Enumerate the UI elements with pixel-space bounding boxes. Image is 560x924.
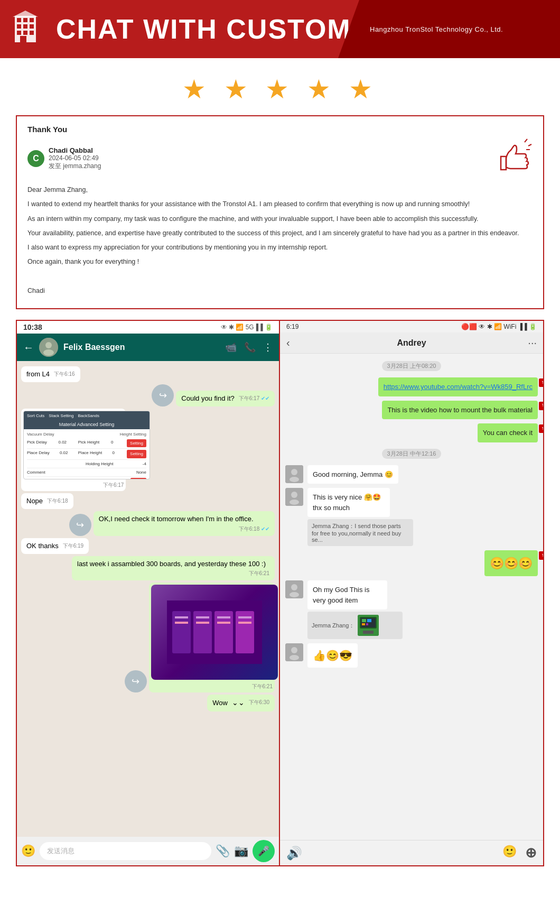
time-right: 6:19 [286, 323, 298, 330]
wa-message-list: from L4 下午6:16 Could you find it? 下午6:17… [17, 361, 279, 837]
input-placeholder-text: 发送消息 [47, 847, 74, 855]
svg-rect-10 [20, 36, 26, 42]
list-item: 👍😊😎 [285, 643, 538, 668]
tron-logo-badge: T [539, 424, 543, 433]
back-button-right[interactable]: ‹ [286, 337, 290, 349]
more-options-icon[interactable]: ⋮ [263, 341, 273, 353]
svg-rect-24 [196, 616, 209, 618]
wa-input-bar: 🙂 发送消息 📎 📷 🎤 [17, 837, 279, 865]
header: CHAT WITH CUSTOMERS Hangzhou TronStol Te… [0, 0, 560, 58]
svg-rect-30 [238, 622, 251, 624]
wc-contact-avatar [285, 465, 303, 483]
svg-rect-45 [362, 623, 365, 625]
svg-rect-25 [217, 616, 230, 618]
list-item: Oh my God This is very good item Jemma Z… [285, 580, 538, 639]
svg-rect-46 [366, 623, 368, 625]
more-options-wechat[interactable]: ··· [528, 337, 537, 349]
boards-image [151, 585, 278, 680]
wc-bubble: Good morning, Jemma 😊 [307, 465, 398, 484]
wc-voice-icon[interactable]: 🔊 [286, 846, 302, 861]
tron-logo-badge: T [539, 551, 543, 560]
tron-logo-badge: T [539, 378, 543, 387]
quoted-message: Jemma Zhang：I send those parts for free … [307, 519, 413, 546]
wa-header: ← Felix Baessgen 📹 📞 ⋮ [17, 334, 279, 361]
list-item: This is the video how to mount the bulk … [285, 401, 538, 420]
list-item: This is very nice 🤗🤩 thx so much Jemma Z… [285, 488, 538, 546]
whatsapp-chat: 10:38 👁 ✱ 📶 5G▐▐ 🔋 ← Felix Baessgen 📹 📞 … [17, 321, 280, 865]
wc-emoji-icon[interactable]: 🙂 [502, 845, 517, 861]
email-meta: C Chadi Qabbal 2024-06-05 02:49 发至 jemma… [27, 138, 533, 179]
wc-message-list: 3月28日 上午08:20 https://www.youtube.com/wa… [280, 354, 543, 840]
star-rating: ★ ★ ★ ★ ★ [0, 74, 560, 105]
wc-add-icon[interactable]: ⊕ [525, 845, 537, 861]
wc-right-icons: 🙂 ⊕ [502, 845, 537, 861]
svg-rect-7 [17, 31, 21, 35]
list-item: from L4 下午6:16 [21, 366, 80, 382]
wc-bubble: This is very nice 🤗🤩 thx so much [307, 488, 390, 517]
video-call-icon[interactable]: 📹 [225, 341, 237, 353]
email-subject: Thank You [27, 125, 533, 134]
svg-rect-27 [175, 622, 188, 624]
list-item: Sort CutsStack SettingBackSands Material… [21, 409, 152, 491]
building-icon [11, 11, 48, 48]
email-body: Dear Jemma Zhang, I wanted to extend my … [27, 184, 533, 297]
back-button-left[interactable]: ← [23, 341, 34, 354]
wc-header: ‹ Andrey ··· [280, 332, 543, 354]
svg-rect-3 [30, 18, 34, 22]
svg-marker-11 [13, 11, 38, 17]
svg-point-38 [291, 584, 297, 590]
list-item: Good morning, Jemma 😊 [285, 465, 538, 484]
svg-rect-23 [175, 616, 188, 618]
status-bar-right: 6:19 🔴🟥 👁 ✱ 📶 WiFi ▐▐ 🔋 [280, 321, 543, 332]
list-item: OK thanks 下午6:19 [21, 538, 89, 554]
wa-action-icons: 📹 📞 ⋮ [225, 341, 273, 353]
wc-bubble: https://www.youtube.com/watch?v=Wk859_Rf… [378, 377, 538, 396]
wc-contact-avatar [285, 643, 303, 661]
svg-line-13 [528, 144, 531, 146]
svg-point-36 [290, 500, 299, 505]
chat-panels: 10:38 👁 ✱ 📶 5G▐▐ 🔋 ← Felix Baessgen 📹 📞 … [16, 320, 544, 866]
svg-rect-47 [363, 631, 374, 634]
time-left: 10:38 [23, 323, 42, 331]
wa-contact-name: Felix Baessgen [63, 343, 220, 352]
date-badge: 3月28日 中午12:16 [382, 449, 442, 459]
wc-bubble: 😊😊😊 T [484, 550, 538, 576]
company-name: Hangzhou TronStol Technology Co., Ltd. [370, 25, 503, 33]
svg-rect-28 [196, 622, 209, 624]
svg-point-32 [291, 469, 297, 475]
svg-rect-8 [23, 31, 27, 35]
email-card: Thank You C Chadi Qabbal 2024-06-05 02:4… [16, 115, 544, 309]
wc-contact-name: Andrey [295, 338, 528, 348]
list-item: last week i assambled 300 boards, and ye… [72, 556, 275, 580]
svg-rect-9 [30, 31, 34, 35]
product-reference: Jemma Zhang： [307, 612, 403, 639]
wc-bubble: This is the video how to mount the bulk … [382, 401, 538, 420]
svg-rect-29 [217, 622, 230, 624]
emoji-icon[interactable]: 🙂 [21, 844, 35, 858]
wa-message-input[interactable]: 发送消息 [40, 842, 211, 860]
screenshot-placeholder: Sort CutsStack SettingBackSands Material… [23, 411, 150, 479]
rating-section: ★ ★ ★ ★ ★ [0, 58, 560, 115]
mic-button[interactable]: 🎤 [253, 840, 275, 862]
svg-rect-1 [17, 18, 21, 22]
phone-icon[interactable]: 📞 [244, 341, 256, 353]
forward-icon: ↪ [69, 514, 91, 536]
product-thumbnail [358, 615, 379, 636]
list-item: Wow 下午6:30⌄⌄ [207, 695, 275, 712]
status-bar-left: 10:38 👁 ✱ 📶 5G▐▐ 🔋 [17, 321, 279, 334]
wa-contact-avatar [39, 338, 58, 357]
list-item: 下午6:21 ↪ [117, 583, 275, 692]
svg-point-39 [290, 592, 299, 597]
wc-contact-avatar [285, 580, 303, 598]
svg-rect-43 [362, 619, 366, 622]
attach-icon[interactable]: 📎 [216, 844, 230, 858]
forward-icon: ↪ [125, 670, 147, 692]
svg-rect-4 [17, 24, 21, 29]
list-item: https://www.youtube.com/watch?v=Wk859_Rf… [285, 377, 538, 396]
svg-point-49 [291, 647, 297, 653]
camera-icon[interactable]: 📷 [234, 844, 248, 858]
svg-rect-6 [30, 24, 34, 29]
tron-logo-badge: T [539, 402, 543, 410]
wc-bubble: 👍😊😎 [307, 643, 358, 668]
svg-point-17 [43, 349, 54, 356]
